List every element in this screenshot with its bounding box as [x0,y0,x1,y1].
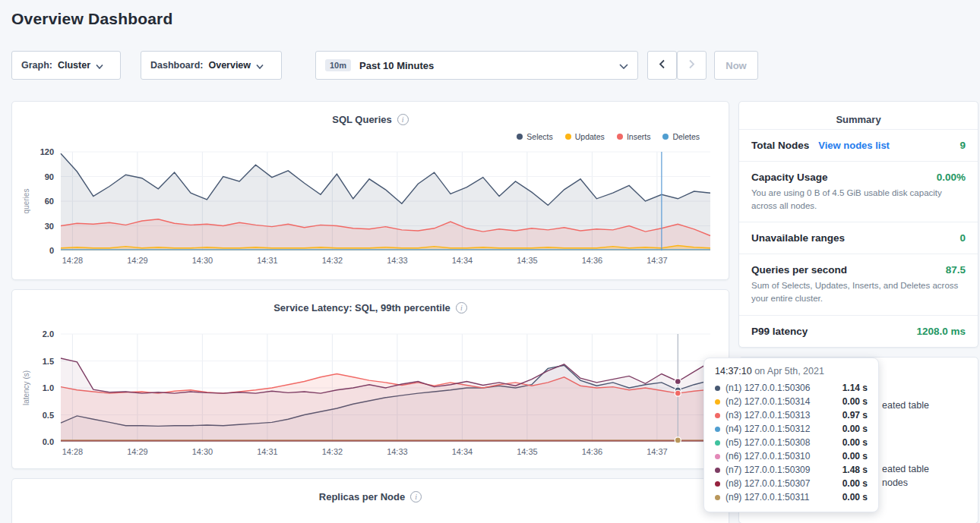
svg-text:0.0: 0.0 [43,437,54,446]
legend-swatch-icon [565,134,571,140]
legend-label: Updates [575,132,605,141]
summary-row: Capacity Usage0.00%You are using 0 B of … [739,161,978,222]
tooltip-node-label: (n6) 127.0.0.1:50310 [726,451,810,462]
svg-text:120: 120 [40,147,54,156]
node-color-dot-icon [715,413,720,418]
prev-time-button[interactable] [647,51,677,80]
graph-dropdown[interactable]: Graph: Cluster [11,51,121,80]
dashboard-dropdown[interactable]: Dashboard: Overview [141,51,282,80]
summary-row: P99 latency1208.0 ms [739,315,978,347]
summary-row: Total NodesView nodes list9 [739,129,978,161]
event-text-fragment: eated table [882,464,929,474]
svg-text:queries: queries [22,189,30,214]
tooltip-node-label: (n3) 127.0.0.1:50313 [726,410,810,421]
svg-text:1.5: 1.5 [43,357,54,366]
svg-text:14:32: 14:32 [322,447,343,456]
tooltip-node-label: (n9) 127.0.0.1:50311 [726,492,810,503]
chart-tooltip: 14:37:10 on Apr 5th, 2021 (n1) 127.0.0.1… [703,358,879,512]
legend-item[interactable]: Inserts [617,132,651,141]
info-icon[interactable]: i [456,302,467,313]
toolbar: Graph: Cluster Dashboard: Overview 10m P… [11,51,969,80]
svg-text:14:33: 14:33 [387,447,408,456]
tooltip-row: (n7) 127.0.0.1:503091.48 s [715,463,868,477]
svg-text:14:36: 14:36 [582,447,603,456]
sql-queries-panel: SQL Queries i SelectsUpdatesInsertsDelet… [11,101,729,280]
page-title: Overview Dashboard [11,10,173,28]
svg-text:14:33: 14:33 [387,256,408,265]
summary-title: Summary [739,102,978,129]
svg-text:0: 0 [49,246,54,255]
summary-panel: Summary Total NodesView nodes list9Capac… [738,101,978,348]
legend-label: Inserts [627,132,651,141]
event-text-fragment: eated table [882,400,929,411]
svg-text:14:37: 14:37 [646,256,668,265]
graph-dropdown-label: Graph: [21,60,52,71]
tooltip-node-value: 0.00 s [842,396,868,407]
tooltip-node-label: (n2) 127.0.0.1:50314 [726,396,810,407]
tooltip-rows: (n1) 127.0.0.1:503061.14 s(n2) 127.0.0.1… [715,381,868,504]
legend-item[interactable]: Deletes [662,132,700,141]
svg-text:90: 90 [45,172,54,181]
tooltip-row: (n4) 127.0.0.1:503120.00 s [715,422,868,436]
svg-text:14:30: 14:30 [192,447,213,456]
tooltip-row: (n2) 127.0.0.1:503140.00 s [715,395,868,408]
next-time-button[interactable] [677,51,707,80]
service-latency-panel: Service Latency: SQL, 99th percentile i … [11,289,729,469]
chart-title: Replicas per Node [319,491,405,503]
summary-value: 9 [959,140,966,151]
svg-text:30: 30 [45,222,54,231]
sql-queries-chart[interactable]: 14:2814:2914:3014:3114:3214:3314:3414:35… [12,144,727,273]
tooltip-row: (n1) 127.0.0.1:503061.14 s [715,381,868,395]
now-button[interactable]: Now [714,51,758,80]
dashboard-dropdown-value: Overview [208,60,251,71]
tooltip-node-value: 0.00 s [842,478,868,489]
svg-text:14:36: 14:36 [582,256,603,265]
summary-row: Queries per second87.5Sum of Selects, Up… [739,254,978,314]
summary-rows: Total NodesView nodes list9Capacity Usag… [739,129,978,347]
chevron-right-icon [688,58,695,72]
info-icon[interactable]: i [410,491,422,503]
legend-swatch-icon [617,134,623,140]
legend-swatch-icon [517,134,523,140]
graph-dropdown-value: Cluster [58,60,90,71]
chevron-down-icon [256,58,264,72]
service-latency-chart[interactable]: 14:2814:2914:3014:3114:3214:3314:3414:35… [12,325,727,465]
chart-legend: SelectsUpdatesInsertsDeletes [12,129,729,144]
summary-description: You are using 0 B of 4.5 GiB usable disk… [751,187,966,212]
svg-text:1.0: 1.0 [43,383,54,392]
chart-title: Service Latency: SQL, 99th percentile [273,302,450,313]
svg-text:14:32: 14:32 [322,256,343,265]
tooltip-node-value: 0.00 s [842,437,868,448]
tooltip-time: 14:37:10 [715,366,752,376]
tooltip-row: (n9) 127.0.0.1:503110.00 s [715,490,868,504]
now-button-label: Now [726,60,746,71]
node-color-dot-icon [715,399,720,405]
tooltip-node-value: 0.00 s [842,492,868,503]
info-icon[interactable]: i [397,114,409,125]
svg-text:0.5: 0.5 [43,411,54,420]
chart-title: SQL Queries [332,114,392,125]
svg-text:14:29: 14:29 [127,447,148,456]
time-range-badge: 10m [325,59,351,71]
svg-text:14:34: 14:34 [452,256,473,265]
tooltip-node-value: 1.48 s [842,465,868,475]
legend-item[interactable]: Updates [565,132,605,141]
tooltip-node-label: (n8) 127.0.0.1:50307 [726,478,810,489]
tooltip-node-value: 1.14 s [842,383,868,393]
svg-text:14:28: 14:28 [62,256,84,265]
tooltip-date: on Apr 5th, 2021 [754,366,824,376]
tooltip-node-value: 0.00 s [842,451,868,462]
legend-label: Deletes [672,132,700,141]
svg-text:14:31: 14:31 [257,256,278,265]
legend-item[interactable]: Selects [517,132,552,141]
time-range-selector[interactable]: 10m Past 10 Minutes [315,51,638,80]
tooltip-node-value: 0.97 s [842,410,868,421]
view-nodes-link[interactable]: View nodes list [818,140,890,151]
tooltip-node-label: (n7) 127.0.0.1:50309 [726,465,810,475]
node-color-dot-icon [715,427,720,432]
svg-text:14:34: 14:34 [452,447,473,456]
svg-text:2.0: 2.0 [43,329,54,339]
summary-label: Queries per second [751,264,847,276]
summary-label: Total Nodes [751,140,809,151]
dashboard-dropdown-label: Dashboard: [150,60,203,71]
